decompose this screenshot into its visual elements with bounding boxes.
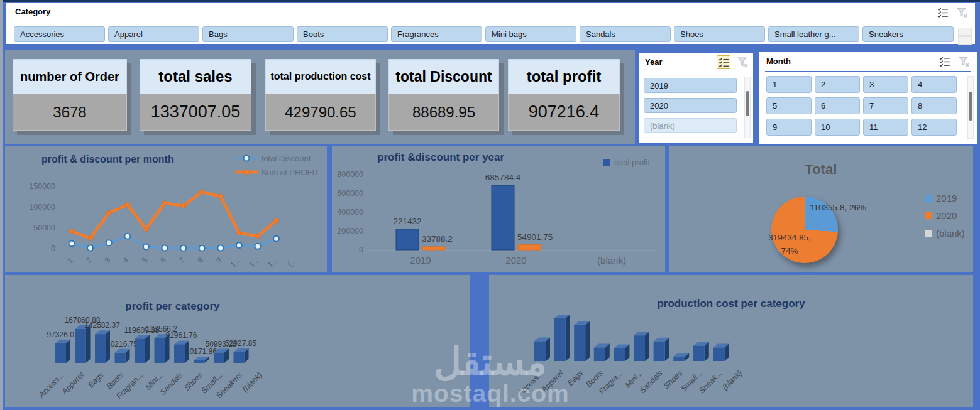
category-slicer-items: AccessoriesApparelBagsBootsFragrancesMin… bbox=[14, 26, 954, 42]
year-slicer-title: Year bbox=[645, 57, 662, 67]
slicer-item-2020[interactable]: 2020 bbox=[644, 98, 737, 113]
line-chart-plot: 0500001000001500001234567891...1...1...(… bbox=[5, 146, 327, 272]
slicer-item-1[interactable]: 1 bbox=[766, 76, 812, 93]
slicer-item-2[interactable]: 2 bbox=[815, 76, 860, 93]
slicer-item-2019[interactable]: 2019 bbox=[644, 78, 737, 93]
svg-text:Access...: Access... bbox=[36, 370, 65, 399]
scroll-down-button[interactable] bbox=[958, 36, 972, 45]
svg-text:8: 8 bbox=[196, 256, 206, 265]
clear-filter-icon[interactable] bbox=[735, 55, 749, 69]
slicer-item-mini-bags[interactable]: Mini bags bbox=[485, 26, 576, 42]
svg-text:400000: 400000 bbox=[337, 208, 363, 217]
svg-text:50216.75: 50216.75 bbox=[106, 340, 138, 348]
clear-filter-icon[interactable] bbox=[957, 55, 971, 68]
legend-item: 2020 bbox=[925, 207, 965, 224]
bar-chart-plot: 020000040000060000080000020192020(blank)… bbox=[332, 146, 665, 272]
chart-total-pie: Total 110355.8, 26% 319434.85, 74% 20192… bbox=[669, 146, 973, 272]
slicer-item-3[interactable]: 3 bbox=[863, 76, 908, 93]
month-slicer: Month 123456789101112 bbox=[758, 51, 977, 144]
slicer-item-accessories[interactable]: Accessories bbox=[14, 26, 105, 42]
svg-text:33788.2: 33788.2 bbox=[422, 234, 453, 244]
slicer-item-4[interactable]: 4 bbox=[911, 76, 957, 93]
slicer-item-apparel[interactable]: Apparel bbox=[108, 26, 199, 42]
kpi-card-total-sales: total sales 1337007.05 bbox=[140, 59, 251, 131]
svg-text:221432: 221432 bbox=[393, 217, 421, 226]
svg-text:142582.37: 142582.37 bbox=[84, 321, 120, 330]
kpi-label: total sales bbox=[140, 59, 251, 94]
slicer-item-12[interactable]: 12 bbox=[911, 119, 957, 136]
kpi-value: 429790.65 bbox=[265, 94, 376, 131]
kpi-label: total profit bbox=[508, 59, 620, 94]
slicer-item-9[interactable]: 9 bbox=[766, 119, 812, 136]
divider bbox=[644, 72, 748, 72]
svg-text:52927.85: 52927.85 bbox=[225, 339, 256, 348]
scroll-up-button[interactable] bbox=[958, 28, 972, 36]
svg-text:97326.07: 97326.07 bbox=[47, 330, 78, 339]
svg-text:200000: 200000 bbox=[337, 227, 363, 235]
slicer-item-blank[interactable]: (blank) bbox=[644, 118, 737, 133]
month-scrollbar[interactable] bbox=[967, 76, 974, 139]
svg-text:1...: 1... bbox=[247, 256, 261, 269]
year-slicer-items: 20192020(blank) bbox=[644, 78, 737, 133]
slicer-item-sandals[interactable]: Sandals bbox=[580, 26, 671, 42]
divider bbox=[765, 71, 971, 72]
kpi-value: 88689.95 bbox=[388, 94, 499, 131]
year-slicer: Year 20192020(blank) bbox=[637, 51, 754, 144]
legend-label: (blank) bbox=[936, 228, 965, 239]
slicer-item-small-leather-g[interactable]: Small leather g... bbox=[768, 26, 859, 42]
bar-chart-plot: Access...97326.07Apparel167860.88Bags142… bbox=[5, 275, 470, 407]
svg-text:2019: 2019 bbox=[410, 255, 431, 266]
slicer-item-5[interactable]: 5 bbox=[766, 97, 812, 114]
svg-text:Bags: Bags bbox=[87, 370, 106, 389]
svg-text:Access...: Access... bbox=[516, 369, 545, 397]
svg-text:(blank): (blank) bbox=[720, 369, 744, 392]
svg-text:10171.86: 10171.86 bbox=[185, 347, 217, 356]
svg-text:3: 3 bbox=[103, 256, 113, 265]
kpi-value: 1337007.05 bbox=[140, 94, 251, 131]
slicer-item-11[interactable]: 11 bbox=[863, 119, 908, 136]
chart-legend: 20192020(blank) bbox=[925, 189, 965, 242]
slicer-item-sneakers[interactable]: Sneakers bbox=[862, 26, 954, 42]
slicer-item-7[interactable]: 7 bbox=[863, 97, 908, 114]
divider bbox=[14, 23, 967, 23]
multi-select-icon[interactable] bbox=[936, 6, 950, 19]
scrollbar-thumb[interactable] bbox=[746, 91, 749, 116]
slicer-item-boots[interactable]: Boots bbox=[297, 26, 388, 42]
chart-profit-per-category: profit per category Access...97326.07App… bbox=[5, 275, 470, 407]
svg-text:91961.76: 91961.76 bbox=[165, 331, 197, 340]
slicer-item-fragrances[interactable]: Fragrances bbox=[391, 26, 482, 42]
month-slicer-items: 123456789101112 bbox=[766, 76, 957, 136]
slicer-item-8[interactable]: 8 bbox=[911, 97, 957, 114]
clear-filter-icon[interactable] bbox=[955, 6, 969, 19]
multi-select-icon[interactable] bbox=[938, 55, 952, 68]
kpi-value: 907216.4 bbox=[508, 94, 620, 131]
kpi-card-total-profit: total profit 907216.4 bbox=[508, 59, 620, 131]
scrollbar-thumb[interactable] bbox=[969, 92, 972, 121]
svg-text:(blank): (blank) bbox=[241, 370, 264, 394]
svg-text:Apparel: Apparel bbox=[60, 370, 86, 396]
chart-profit-discount-per-month: profit & discount per month total Discou… bbox=[5, 146, 327, 272]
svg-text:600000: 600000 bbox=[337, 189, 363, 198]
svg-text:6: 6 bbox=[158, 256, 168, 265]
category-slicer-title: Category bbox=[15, 7, 50, 16]
slicer-item-shoes[interactable]: Shoes bbox=[674, 26, 765, 42]
window-top-edge bbox=[0, 0, 980, 2]
svg-text:5: 5 bbox=[140, 256, 150, 265]
slicer-item-6[interactable]: 6 bbox=[815, 97, 860, 114]
legend-square-marker-icon bbox=[925, 195, 932, 202]
kpi-label: number of Order bbox=[13, 59, 127, 94]
chart-title: Total bbox=[669, 161, 973, 178]
svg-text:Bags: Bags bbox=[566, 369, 585, 387]
svg-text:50000: 50000 bbox=[33, 224, 55, 232]
kpi-label: total Discount bbox=[388, 59, 499, 94]
legend-label: 2020 bbox=[936, 210, 957, 221]
bar-chart-plot: Access...ApparelBagsBootsFragra...Mini..… bbox=[489, 275, 973, 407]
slicer-item-10[interactable]: 10 bbox=[815, 119, 860, 136]
svg-text:2: 2 bbox=[84, 256, 94, 265]
multi-select-icon[interactable] bbox=[717, 55, 730, 69]
svg-text:685784.4: 685784.4 bbox=[485, 173, 521, 182]
svg-text:4: 4 bbox=[121, 256, 131, 265]
legend-square-marker-icon bbox=[925, 230, 932, 237]
year-scrollbar[interactable] bbox=[744, 77, 751, 138]
slicer-item-bags[interactable]: Bags bbox=[202, 26, 294, 42]
